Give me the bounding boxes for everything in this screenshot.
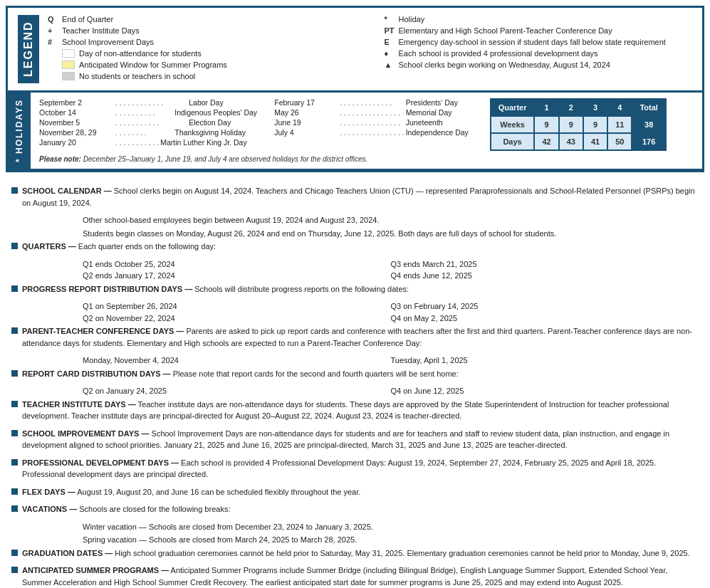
legend-item: PT Elementary and High School Parent-Tea… (385, 26, 693, 35)
legend-item: ▲ School clerks begin working on Wednesd… (385, 61, 693, 69)
school-improvement-text: SCHOOL IMPROVEMENT DAYS — School Improve… (22, 428, 699, 451)
legend-symbol: # (48, 38, 62, 46)
q2-end: Q2 ends January 17, 2024 (83, 270, 391, 282)
holiday-event: Juneteenth (406, 118, 484, 127)
q4-end: Q4 ends June 12, 2025 (391, 270, 699, 282)
bullet-icon (11, 370, 18, 377)
days-q1: 42 (534, 133, 558, 150)
report-card-text: REPORT CARD DISTRIBUTION DAYS — Please n… (22, 368, 699, 380)
school-calendar-heading: SCHOOL CALENDAR — (22, 187, 112, 195)
legend-right-col: * Holiday PT Elementary and High School … (385, 15, 693, 83)
legend-item: # School Improvement Days (48, 38, 356, 46)
q3-end: Q3 ends March 21, 2025 (391, 258, 699, 271)
legend-item: E Emergency day-school in session if stu… (385, 38, 693, 46)
professional-dev-text: PROFESSIONAL DEVELOPMENT DAYS — Each sch… (22, 457, 699, 481)
graduation-text: GRADUATION DATES — High school graduatio… (22, 547, 699, 560)
summer-programs-text: ANTICIPATED SUMMER PROGRAMS — Anticipate… (22, 565, 699, 588)
holiday-event: Independence Day (406, 128, 484, 137)
q2-header: 2 (559, 99, 583, 116)
holiday-item: February 17 . . . . . . . . . . . . . Pr… (274, 98, 484, 107)
report-card-grid: Q2 on January 24, 2025 Q4 on June 12, 20… (83, 385, 699, 397)
progress-q3: Q3 on February 14, 2025 (391, 300, 699, 313)
holiday-date: September 2 (39, 98, 114, 107)
legend-text: No students or teachers in school (79, 72, 195, 80)
ptc-heading: PARENT-TEACHER CONFERENCE DAYS — (22, 327, 184, 335)
legend-text: Holiday (399, 15, 425, 23)
holiday-item: November 28, 29 . . . . . . . . Thanksgi… (39, 128, 274, 137)
holiday-event: Thanksgiving Holiday (174, 128, 274, 137)
report-card-q2: Q2 on January 24, 2025 (83, 385, 391, 397)
q1-header: 1 (534, 99, 558, 116)
holidays-section: * HOLIDAYS September 2 . . . . . . . . .… (8, 93, 702, 170)
vacations-section: VACATIONS — Schools are closed for the f… (11, 503, 699, 515)
legend-item: Q End of Quarter (48, 15, 356, 23)
holiday-date: July 4 (274, 128, 338, 137)
teacher-institute-text: TEACHER INSTITUTE DAYS — Teacher institu… (22, 399, 699, 422)
legend-symbol: ♦ (385, 49, 399, 58)
legend-label: LEGEND (18, 15, 39, 83)
weeks-q4: 11 (607, 116, 632, 133)
vacations-heading: VACATIONS — (22, 505, 77, 513)
bullet-icon (11, 459, 18, 466)
report-card-q4: Q4 on June 12, 2025 (391, 385, 699, 397)
weeks-q1: 9 (534, 116, 558, 133)
total-header: Total (632, 99, 665, 116)
ptc-date-2: Tuesday, April 1, 2025 (391, 355, 699, 367)
holiday-date: November 28, 29 (39, 128, 114, 137)
holiday-event: Election Day (189, 118, 274, 127)
legend-text: School Improvement Days (62, 38, 154, 46)
graduation-heading: GRADUATION DATES — (22, 549, 113, 557)
holiday-event: Indigenous Peoples' Day (174, 108, 274, 117)
ptc-grid: Monday, November 4, 2024 Tuesday, April … (83, 355, 699, 367)
holiday-event: Martin Luther King Jr. Day (160, 138, 274, 147)
summer-programs-section: ANTICIPATED SUMMER PROGRAMS — Anticipate… (11, 565, 699, 588)
q3-header: 3 (583, 99, 607, 116)
graduation-section: GRADUATION DATES — High school graduatio… (11, 547, 699, 560)
school-calendar-text: SCHOOL CALENDAR — School clerks begin on… (22, 185, 699, 209)
holiday-item: July 4 . . . . . . . . . . . . . . . . I… (274, 128, 484, 137)
bullet-icon (11, 488, 18, 495)
holiday-event: Labor Day (189, 98, 274, 107)
holidays-content: September 2 . . . . . . . . . . . . Labo… (31, 93, 706, 169)
teacher-institute-section: TEACHER INSTITUTE DAYS — Teacher institu… (11, 399, 699, 422)
legend-symbol: PT (385, 26, 399, 35)
flex-days-section: FLEX DAYS — August 19, August 20, and Ju… (11, 486, 699, 498)
bullet-icon (11, 327, 18, 334)
legend-text: Teacher Institute Days (62, 26, 140, 35)
holiday-event: Memorial Day (406, 108, 484, 117)
bullet-icon (11, 243, 18, 249)
ptc-section: PARENT-TEACHER CONFERENCE DAYS — Parents… (11, 325, 699, 349)
bullet-icon (11, 567, 18, 573)
days-label: Days (491, 133, 535, 150)
bullet-icon (11, 550, 18, 556)
school-calendar-section: SCHOOL CALENDAR — School clerks begin on… (11, 185, 699, 209)
q4-header: 4 (607, 99, 632, 116)
bullet-icon (11, 505, 18, 512)
holiday-event: Presidents' Day (406, 98, 484, 107)
holiday-date: February 17 (274, 98, 338, 107)
days-q2: 43 (559, 133, 583, 150)
school-improvement-heading: SCHOOL IMPROVEMENT DAYS — (22, 429, 149, 438)
progress-heading: PROGRESS REPORT DISTRIBUTION DAYS — (22, 285, 192, 293)
holiday-date: November 5 (39, 118, 114, 127)
weeks-label: Weeks (491, 116, 535, 133)
bullet-icon (11, 430, 18, 436)
quarter-table: Quarter 1 2 3 4 Total Weeks 9 (490, 98, 667, 151)
legend-color-white (62, 49, 75, 58)
professional-dev-heading: PROFESSIONAL DEVELOPMENT DAYS — (22, 458, 179, 467)
holiday-item: January 20 . . . . . . . . . . . Martin … (39, 138, 274, 147)
holiday-note: Please note: December 25–January 1, June… (39, 155, 698, 163)
holiday-date: May 26 (274, 108, 338, 117)
days-total: 176 (632, 133, 665, 150)
vacation-spring: Spring vacation — Schools are closed fro… (83, 534, 699, 546)
holiday-date: October 14 (39, 108, 114, 117)
teacher-institute-heading: TEACHER INSTITUTE DAYS — (22, 400, 136, 409)
ptc-text: PARENT-TEACHER CONFERENCE DAYS — Parents… (22, 325, 699, 349)
legend-text: End of Quarter (62, 15, 113, 23)
progress-q2: Q2 on November 22, 2024 (83, 313, 391, 325)
weeks-q2: 9 (559, 116, 583, 133)
holiday-item: September 2 . . . . . . . . . . . . Labo… (39, 98, 274, 107)
weeks-q3: 9 (583, 116, 607, 133)
report-card-heading: REPORT CARD DISTRIBUTION DAYS — (22, 369, 171, 378)
main-content: SCHOOL CALENDAR — School clerks begin on… (0, 178, 710, 588)
